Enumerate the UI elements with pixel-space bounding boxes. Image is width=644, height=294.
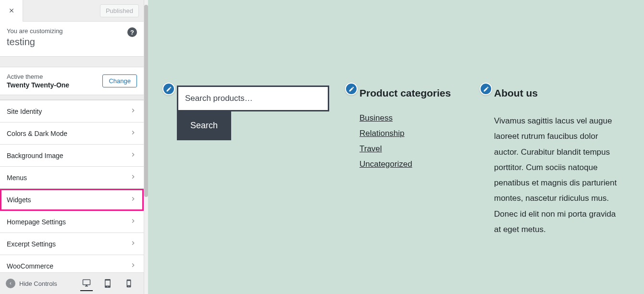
category-link[interactable]: Business bbox=[359, 113, 393, 122]
widget-about: About us Vivamus sagittis lacus vel augu… bbox=[494, 77, 619, 237]
chevron-right-icon bbox=[129, 129, 137, 138]
widget-product-categories: Product categories BusinessRelationshipT… bbox=[359, 77, 470, 175]
device-buttons bbox=[80, 276, 139, 291]
customizer-menu: Site IdentityColors & Dark ModeBackgroun… bbox=[0, 100, 144, 272]
device-desktop-button[interactable] bbox=[80, 276, 93, 291]
menu-item-label: Excerpt Settings bbox=[7, 240, 56, 248]
preview-pane: Search Product categories BusinessRelati… bbox=[148, 0, 644, 294]
menu-item-colors-dark-mode[interactable]: Colors & Dark Mode bbox=[0, 122, 144, 145]
chevron-left-icon bbox=[6, 279, 15, 288]
menu-item-homepage-settings[interactable]: Homepage Settings bbox=[0, 211, 144, 233]
menu-item-label: Widgets bbox=[7, 196, 31, 204]
menu-item-label: WooCommerce bbox=[7, 262, 53, 270]
spacer bbox=[0, 57, 144, 67]
search-input[interactable] bbox=[185, 94, 321, 103]
edit-widget-button[interactable] bbox=[162, 83, 175, 95]
menu-item-label: Homepage Settings bbox=[7, 218, 66, 226]
widget-title: Product categories bbox=[359, 87, 470, 99]
edit-widget-button[interactable] bbox=[480, 83, 492, 95]
list-item: Travel bbox=[359, 144, 470, 154]
theme-row: Active theme Twenty Twenty-One Change bbox=[0, 67, 144, 95]
active-theme-label: Active theme bbox=[7, 73, 69, 80]
list-item: Uncategorized bbox=[359, 159, 470, 169]
tablet-icon bbox=[103, 279, 112, 288]
menu-item-background-image[interactable]: Background Image bbox=[0, 145, 144, 167]
preview-scrollbar-thumb[interactable] bbox=[144, 5, 148, 197]
category-list: BusinessRelationshipTravelUncategorized bbox=[359, 113, 470, 169]
hide-controls-label: Hide Controls bbox=[19, 280, 57, 287]
chevron-right-icon bbox=[129, 239, 137, 248]
mobile-icon bbox=[124, 279, 133, 288]
info-section: You are customizing testing ? bbox=[0, 22, 144, 57]
chevron-right-icon bbox=[129, 217, 137, 226]
pencil-icon bbox=[483, 86, 489, 92]
about-text: Vivamus sagittis lacus vel augue laoreet… bbox=[494, 113, 619, 237]
preview-wrap: Search Product categories BusinessRelati… bbox=[144, 0, 644, 294]
app-layout: Published You are customizing testing ? … bbox=[0, 0, 644, 294]
chevron-right-icon bbox=[129, 173, 137, 182]
chevron-right-icon bbox=[129, 151, 137, 160]
menu-item-label: Colors & Dark Mode bbox=[7, 130, 67, 137]
footer-widgets-row: Search Product categories BusinessRelati… bbox=[177, 77, 620, 237]
search-button[interactable]: Search bbox=[177, 111, 231, 140]
menu-item-label: Menus bbox=[7, 174, 27, 182]
help-button[interactable]: ? bbox=[127, 27, 137, 37]
change-theme-button[interactable]: Change bbox=[102, 74, 137, 87]
help-icon: ? bbox=[130, 29, 134, 36]
sidebar-bottombar: Hide Controls bbox=[0, 272, 144, 294]
close-button[interactable] bbox=[0, 0, 23, 22]
desktop-icon bbox=[82, 279, 91, 287]
menu-item-woocommerce[interactable]: WooCommerce bbox=[0, 255, 144, 272]
menu-item-widgets[interactable]: Widgets bbox=[0, 189, 144, 211]
preview-scrollbar-track[interactable] bbox=[144, 0, 148, 294]
device-tablet-button[interactable] bbox=[101, 276, 114, 291]
menu-item-menus[interactable]: Menus bbox=[0, 167, 144, 189]
site-name: testing bbox=[7, 37, 137, 48]
widget-title: About us bbox=[494, 87, 619, 99]
close-icon bbox=[8, 7, 15, 14]
hide-controls-button[interactable]: Hide Controls bbox=[0, 279, 57, 288]
list-item: Business bbox=[359, 113, 470, 123]
search-box bbox=[177, 86, 329, 111]
pencil-icon bbox=[166, 86, 172, 92]
active-theme-name: Twenty Twenty-One bbox=[7, 81, 69, 89]
customizer-sidebar: Published You are customizing testing ? … bbox=[0, 0, 144, 294]
pencil-icon bbox=[348, 86, 355, 92]
edit-widget-button[interactable] bbox=[345, 83, 358, 95]
menu-item-site-identity[interactable]: Site Identity bbox=[0, 100, 144, 122]
device-mobile-button[interactable] bbox=[123, 276, 135, 291]
menu-scroll: Site IdentityColors & Dark ModeBackgroun… bbox=[0, 100, 144, 272]
spacer bbox=[0, 95, 144, 100]
chevron-right-icon bbox=[129, 195, 137, 204]
sidebar-topbar: Published bbox=[0, 0, 144, 22]
customizing-label: You are customizing bbox=[7, 27, 137, 35]
chevron-right-icon bbox=[129, 261, 137, 270]
menu-item-label: Site Identity bbox=[7, 108, 42, 115]
chevron-right-icon bbox=[129, 107, 137, 116]
category-link[interactable]: Uncategorized bbox=[359, 159, 412, 169]
publish-button[interactable]: Published bbox=[100, 4, 139, 17]
menu-item-excerpt-settings[interactable]: Excerpt Settings bbox=[0, 233, 144, 255]
category-link[interactable]: Relationship bbox=[359, 129, 405, 138]
widget-search: Search bbox=[177, 77, 335, 140]
category-link[interactable]: Travel bbox=[359, 144, 382, 153]
list-item: Relationship bbox=[359, 129, 470, 138]
menu-item-label: Background Image bbox=[7, 152, 63, 159]
